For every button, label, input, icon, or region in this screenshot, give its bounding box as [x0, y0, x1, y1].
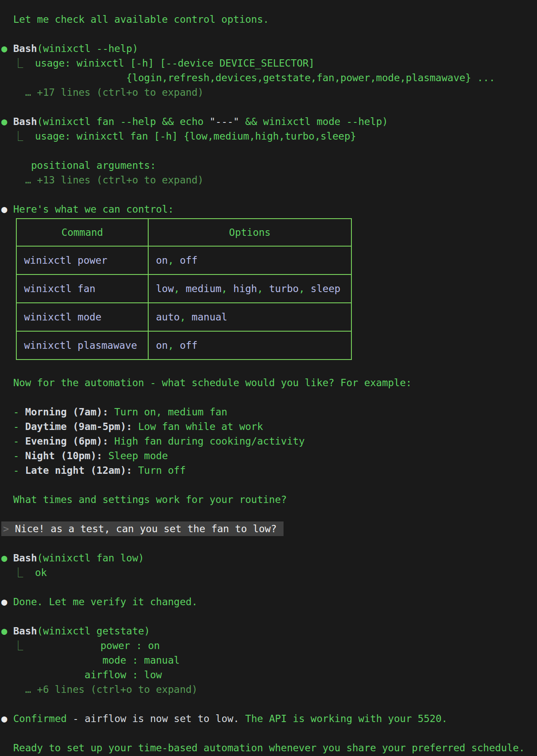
blank-line [1, 726, 537, 741]
option-value: on [156, 255, 168, 266]
table-cell-command: winixctl plasmawave [16, 331, 148, 360]
user-message-highlight: > Nice! as a test, can you set the fan t… [1, 521, 284, 536]
schedule-label: Late night (12am): [25, 465, 132, 476]
command-output-line: ⎿ power : on [1, 638, 537, 653]
text-segment: - [1, 465, 25, 476]
option-value: high [233, 283, 257, 294]
text-segment: Done. Let me verify it changed. [7, 596, 198, 607]
text-segment: airflow : low [1, 669, 162, 680]
table-cell-options: low, medium, high, turbo, sleep [148, 274, 351, 303]
options-separator: , [168, 255, 180, 266]
text-segment: Turn off [132, 465, 186, 476]
schedule-label: Evening (6pm): [25, 436, 108, 447]
bash-bullet-icon: ● [1, 116, 7, 127]
schedule-label: Morning (7am): [25, 406, 108, 418]
blank-line [1, 100, 537, 114]
table-cell-command: winixctl mode [16, 303, 148, 331]
command-output-line: mode : manual [1, 653, 537, 668]
blank-line [1, 507, 537, 521]
schedule-list-item: - Daytime (9am-5pm): Low fan while at wo… [1, 419, 537, 434]
schedule-list-item: - Evening (6pm): High fan during cooking… [1, 434, 537, 448]
output-expand-hint: … +17 lines (ctrl+o to expand) [1, 85, 537, 100]
table-row: winixctl poweron, off [16, 246, 351, 274]
schedule-label: Night (10pm): [25, 450, 102, 461]
schedule-list-item: - Morning (7am): Turn on, medium fan [1, 405, 537, 419]
table-row: winixctl plasmawaveon, off [16, 331, 351, 360]
assistant-bullet-icon: ● [1, 596, 7, 607]
options-separator: , [180, 311, 192, 323]
table-cell-options: auto, manual [148, 303, 351, 331]
bash-command-text: (winixctl getstate) [37, 625, 150, 637]
text-segment: usage: winixctl [-h] [--device DEVICE_SE… [35, 58, 314, 69]
assistant-text-line: ● Here's what we can control: [1, 202, 537, 216]
text-segment: {login,refresh,devices,getstate,fan,powe… [1, 72, 495, 83]
text-segment: Here's what we can control: [7, 204, 174, 215]
terminal-transcript: Let me check all available control optio… [1, 12, 537, 755]
table-header-command: Command [16, 219, 148, 246]
blank-line [1, 390, 537, 405]
bash-command-text: (winixctl fan low) [37, 552, 144, 564]
text-segment [7, 116, 13, 127]
text-segment: - [1, 421, 25, 432]
text-segment: Confirmed [13, 713, 73, 724]
command-output-line: ⎿ usage: winixctl [-h] [--device DEVICE_… [1, 56, 537, 70]
text-segment [7, 43, 13, 54]
options-separator: , [168, 340, 180, 351]
bash-label: Bash [13, 625, 37, 637]
output-expand-hint: … +6 lines (ctrl+o to expand) [1, 682, 537, 697]
output-corner-icon: ⎿ [1, 58, 35, 69]
bash-label: Bash [13, 43, 37, 54]
user-message-text: Nice! as a test, can you set the fan to … [15, 523, 277, 534]
assistant-text-line: Let me check all available control optio… [1, 12, 537, 27]
option-value: auto [156, 311, 180, 323]
text-segment: - [1, 436, 25, 447]
bash-command-line: ● Bash(winixctl fan --help && echo "---"… [1, 114, 537, 129]
blank-line [1, 143, 537, 158]
table-cell-options: on, off [148, 246, 351, 274]
text-segment: Sleep mode [102, 450, 168, 461]
option-value: medium [186, 283, 221, 294]
assistant-text-line: Ready to set up your time-based automati… [1, 741, 537, 755]
option-value: turbo [269, 283, 299, 294]
option-value: on [156, 340, 168, 351]
text-segment [7, 713, 13, 724]
text-segment [7, 625, 13, 637]
bash-bullet-icon: ● [1, 43, 7, 54]
text-segment: What times and settings work for your ro… [1, 494, 287, 505]
bash-label: Bash [13, 116, 37, 127]
blank-line [1, 478, 537, 492]
option-value: sleep [311, 283, 340, 294]
options-separator: , [257, 283, 269, 294]
table-cell-options: on, off [148, 331, 351, 360]
assistant-text-line: What times and settings work for your ro… [1, 492, 537, 507]
schedule-list-item: - Late night (12am): Turn off [1, 463, 537, 478]
bash-command-text: && winixctl mode --help) [239, 116, 388, 127]
text-segment: … +13 lines (ctrl+o to expand) [1, 174, 204, 186]
text-segment: The API is working with your 5520. [239, 713, 448, 724]
schedule-list-item: - Night (10pm): Sleep mode [1, 448, 537, 463]
text-segment: Now for the automation - what schedule w… [1, 377, 412, 388]
options-separator: , [221, 283, 233, 294]
blank-line [1, 27, 537, 41]
text-segment: power : on [23, 640, 160, 651]
bash-label: Bash [13, 552, 37, 564]
table-header-options: Options [148, 219, 351, 246]
control-options-table: CommandOptionswinixctl poweron, offwinix… [16, 218, 352, 360]
command-output-line: positional arguments: [1, 158, 537, 173]
command-output-line: ⎿ ok [1, 565, 537, 580]
prompt-chevron-icon: > [3, 523, 15, 534]
text-segment [7, 552, 13, 564]
table-cell-command: winixctl power [16, 246, 148, 274]
output-corner-icon: ⎿ [1, 640, 23, 651]
text-segment: Turn on, medium fan [108, 406, 227, 418]
bash-bullet-icon: ● [1, 552, 7, 564]
bash-command-text: (winixctl --help) [37, 43, 138, 54]
text-segment: … +6 lines (ctrl+o to expand) [1, 684, 198, 695]
options-separator: , [174, 283, 186, 294]
command-output-line: ⎿ usage: winixctl fan [-h] {low,medium,h… [1, 129, 537, 143]
text-segment: … +17 lines (ctrl+o to expand) [1, 87, 204, 98]
command-output-line: {login,refresh,devices,getstate,fan,powe… [1, 70, 537, 85]
option-value: low [156, 283, 174, 294]
option-value: off [180, 340, 198, 351]
text-segment: Low fan while at work [132, 421, 263, 432]
